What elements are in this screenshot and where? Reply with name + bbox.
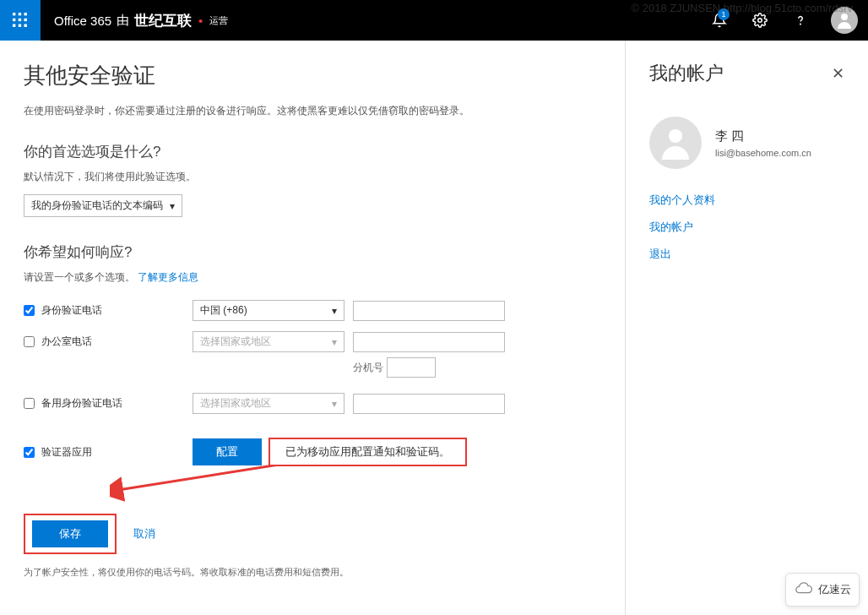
svg-rect-8: [24, 24, 27, 27]
user-block: 李 四 lisi@basehome.com.cn: [649, 117, 844, 169]
chevron-down-icon: ▾: [332, 336, 337, 348]
brand-bold: 世纪互联: [134, 11, 192, 30]
sidebar-title: 我的帐户: [649, 61, 844, 86]
configured-status: 已为移动应用配置通知和验证码。: [269, 438, 467, 466]
svg-rect-3: [13, 19, 15, 21]
pref-select[interactable]: 我的身份验证电话的文本编码 ▾: [24, 194, 182, 217]
auth-phone-country-label: 中国 (+86): [200, 303, 247, 318]
office-phone-country-label: 选择国家或地区: [200, 335, 271, 349]
auth-phone-country-select[interactable]: 中国 (+86) ▾: [193, 300, 344, 321]
alt-phone-label: 备用身份验证电话: [41, 396, 122, 411]
close-icon[interactable]: ✕: [832, 64, 844, 83]
learn-more-link[interactable]: 了解更多信息: [138, 271, 198, 283]
brand-prefix: Office 365: [54, 14, 111, 28]
brand-text: Office 365 由 世纪互联 • 运营: [54, 11, 228, 30]
svg-point-9: [758, 19, 762, 23]
bottom-actions: 保存 取消: [24, 514, 601, 554]
svg-rect-2: [24, 13, 27, 15]
user-large-avatar-icon: [649, 117, 702, 169]
office-phone-country-select[interactable]: 选择国家或地区 ▾: [193, 331, 344, 352]
auth-phone-checkbox[interactable]: [24, 305, 35, 316]
page-title: 其他安全验证: [24, 61, 601, 90]
alt-phone-country-label: 选择国家或地区: [200, 396, 271, 411]
app-launcher-icon[interactable]: [0, 0, 41, 41]
authenticator-checkbox[interactable]: [24, 447, 35, 458]
authenticator-label: 验证器应用: [41, 445, 92, 460]
alt-phone-checkbox[interactable]: [24, 398, 35, 409]
brand-dot-icon: •: [198, 14, 203, 28]
main-content: 其他安全验证 在使用密码登录时，你还需要通过注册的设备进行响应。这将使黑客更难以…: [0, 41, 625, 615]
ext-label: 分机号: [353, 361, 383, 375]
cancel-link[interactable]: 取消: [133, 526, 155, 542]
svg-point-11: [841, 14, 848, 20]
vendor-badge-text: 亿速云: [818, 582, 851, 597]
row-office-ext: 分机号: [24, 357, 601, 383]
brand-by: 由: [117, 13, 129, 29]
watermark-text: © 2018 ZJUNSEN http://blog.51cto.com/rds…: [632, 2, 853, 14]
office-phone-input[interactable]: [353, 332, 505, 352]
office-phone-label: 办公室电话: [41, 335, 92, 349]
brand-operated: 运营: [209, 14, 228, 27]
row-alt-phone: 备用身份验证电话 选择国家或地区 ▾: [24, 388, 601, 419]
alt-phone-country-select[interactable]: 选择国家或地区 ▾: [193, 393, 344, 414]
pref-select-label: 我的身份验证电话的文本编码: [31, 199, 163, 213]
svg-rect-1: [19, 13, 21, 15]
svg-rect-6: [13, 24, 15, 27]
chevron-down-icon: ▾: [332, 398, 337, 410]
alt-phone-input[interactable]: [353, 394, 505, 414]
respond-heading: 你希望如何响应?: [24, 242, 601, 262]
profile-link[interactable]: 我的个人资料: [649, 193, 844, 208]
respond-desc: 请设置一个或多个选项。 了解更多信息: [24, 270, 601, 285]
save-highlight: 保存: [24, 514, 117, 554]
respond-desc-prefix: 请设置一个或多个选项。: [24, 271, 135, 283]
page-intro: 在使用密码登录时，你还需要通过注册的设备进行响应。这将使黑客更难以仅凭借窃取的密…: [24, 104, 601, 118]
layout: 其他安全验证 在使用密码登录时，你还需要通过注册的设备进行响应。这将使黑客更难以…: [0, 41, 868, 615]
account-sidebar: 我的帐户 ✕ 李 四 lisi@basehome.com.cn 我的个人资料 我…: [625, 41, 868, 615]
user-name: 李 四: [715, 128, 811, 144]
footer-note: 为了帐户安全性，将仅使用你的电话号码。将收取标准的电话费用和短信费用。: [24, 566, 601, 579]
extension-input[interactable]: [387, 357, 436, 378]
user-email: lisi@basehome.com.cn: [715, 148, 811, 158]
row-authenticator: 验证器应用 配置 已为移动应用配置通知和验证码。: [24, 433, 601, 471]
office-phone-checkbox[interactable]: [24, 336, 35, 347]
account-link[interactable]: 我的帐户: [649, 220, 844, 235]
svg-rect-7: [19, 24, 21, 27]
svg-rect-5: [24, 19, 27, 21]
signout-link[interactable]: 退出: [649, 247, 844, 262]
svg-rect-4: [19, 19, 21, 21]
row-office-phone: 办公室电话 选择国家或地区 ▾: [24, 326, 601, 357]
row-auth-phone: 身份验证电话 中国 (+86) ▾: [24, 295, 601, 326]
configure-button[interactable]: 配置: [193, 438, 262, 465]
auth-phone-input[interactable]: [353, 301, 505, 321]
svg-rect-0: [13, 13, 15, 15]
sidebar-links: 我的个人资料 我的帐户 退出: [649, 193, 844, 262]
vendor-badge: 亿速云: [785, 573, 860, 607]
save-button[interactable]: 保存: [32, 520, 108, 547]
chevron-down-icon: ▾: [332, 305, 337, 317]
pref-desc: 默认情况下，我们将使用此验证选项。: [24, 170, 601, 184]
svg-point-13: [669, 129, 682, 143]
pref-heading: 你的首选选项是什么?: [24, 142, 601, 161]
svg-point-10: [800, 24, 801, 24]
auth-phone-label: 身份验证电话: [41, 303, 102, 318]
chevron-down-icon: ▾: [170, 200, 175, 212]
